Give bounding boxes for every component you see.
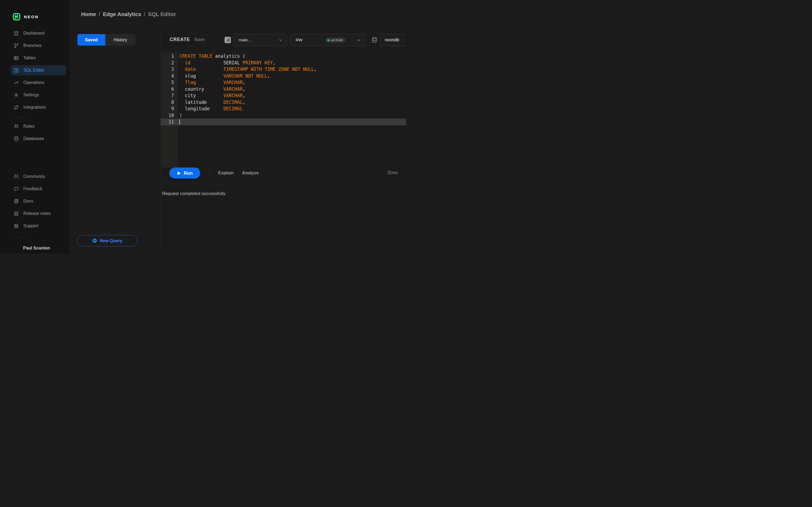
code-line[interactable]: 3 date TIMESTAMP WITH TIME ZONE NOT NULL… [161,66,406,73]
status-message: Request completed successfully [162,191,225,196]
code-line[interactable]: 8 latitude DECIMAL, [161,99,406,106]
tables-icon [13,55,19,61]
roles-icon [13,124,19,129]
sidebar-item-settings[interactable]: Settings [11,90,66,100]
branch-select[interactable]: main... [234,34,287,46]
database-icon [371,37,378,43]
sidebar-item-dashboard[interactable]: Dashboard [11,28,66,38]
docs-icon [13,199,19,204]
breadcrumb-separator: / [99,11,100,17]
sidebar-item-feedback[interactable]: Feedback [11,184,66,194]
line-number: 7 [161,92,178,99]
code-line[interactable]: 7 city VARCHAR, [161,92,406,99]
database-select[interactable]: neondb [380,34,406,46]
status-badge-label: ACTIVE [331,39,343,42]
code-text: ) [178,112,182,119]
new-query-button[interactable]: New Query [77,235,138,246]
breadcrumb-separator: / [144,11,146,17]
editor-footer: Run Explain Analyze 31ms Request complet… [161,167,406,253]
sidebar-item-label: Dashboard [23,31,44,36]
brand[interactable]: NEON [12,12,70,21]
chevron-down-icon [278,38,283,42]
code-line[interactable]: 1CREATE TABLE analytics ( [161,53,406,60]
query-name: CREATE [170,37,190,42]
breadcrumb-item[interactable]: SQL Editor [148,11,176,17]
new-query-label: New Query [100,238,122,243]
user-menu[interactable]: Paul Scanlon [12,243,70,253]
code-line[interactable]: 2 id SERIAL PRIMARY KEY, [161,60,406,66]
sidebar-item-label: SQL Editor [23,68,44,73]
line-number: 11 [161,119,178,125]
breadcrumb: Home/Edge Analytics/SQL Editor [81,11,176,17]
sidebar-item-label: Tables [23,56,36,60]
sidebar-item-operations[interactable]: Operations [11,77,66,88]
neon-logo-icon [12,13,21,21]
branch-select-value: main... [239,38,251,42]
query-tabs: Saved History [77,34,135,46]
sidebar-item-community[interactable]: Community [11,171,66,182]
code-lines: 1CREATE TABLE analytics (2 id SERIAL PRI… [161,53,406,125]
sidebar-item-tables[interactable]: Tables [11,53,66,63]
sidebar-item-docs[interactable]: Docs [11,196,66,206]
sidebar-item-label: Feedback [23,186,42,191]
sidebar-item-integrations[interactable]: Integrations [11,102,66,112]
sidebar-item-support[interactable]: Support [11,221,66,231]
integrations-icon [13,105,19,110]
code-text [178,119,180,125]
plus-circle-icon [92,238,97,243]
run-button[interactable]: Run [169,167,201,179]
code-line[interactable]: 11 [161,119,406,125]
breadcrumb-item[interactable]: Home [81,11,96,17]
databases-icon [13,136,19,142]
sidebar-item-sql-editor[interactable]: SQL Editor [11,65,66,75]
sidebar-divider [13,237,30,237]
explain-button[interactable]: Explain [218,170,234,175]
sidebar-item-label: Settings [23,93,39,97]
header-vertical-divider [213,28,214,53]
feedback-icon [13,186,19,192]
code-text: slug VARCHAR NOT NULL, [178,73,270,79]
sql-editor-icon [13,68,19,73]
code-text: longitude DECIMAL [178,105,243,112]
user-name: Paul Scanlon [23,246,50,250]
code-line[interactable]: 10) [161,112,406,119]
code-text: flag VARCHAR, [178,79,245,86]
compute-select-value: RW [296,38,303,42]
active-dot-icon [327,39,329,41]
save-button[interactable]: Save [194,37,205,42]
code-line[interactable]: 9 longitude DECIMAL [161,105,406,112]
status-divider [161,184,406,184]
sidebar-item-label: Release notes [23,211,51,216]
sidebar-item-release-notes[interactable]: Release notes [11,209,66,219]
sidebar-item-label: Docs [23,199,33,204]
sidebar-item-roles[interactable]: Roles [11,121,66,131]
line-number: 2 [161,60,178,66]
text-cursor [180,119,180,124]
sidebar-item-label: Roles [23,124,34,129]
tab-history[interactable]: History [105,34,135,46]
query-duration: 31ms [387,170,398,175]
support-icon [13,223,19,229]
tab-saved[interactable]: Saved [77,34,105,46]
line-number: 5 [161,79,178,86]
code-line[interactable]: 6 country VARCHAR, [161,86,406,93]
sidebar-item-branches[interactable]: Branches [11,41,66,51]
code-text: city VARCHAR, [178,92,245,99]
line-number: 6 [161,86,178,93]
analyze-button[interactable]: Analyze [242,170,259,175]
status-badge: ACTIVE [326,38,346,43]
code-editor[interactable]: 1CREATE TABLE analytics (2 id SERIAL PRI… [161,53,406,167]
community-icon [13,174,19,179]
release-notes-icon [13,211,19,217]
sidebar-item-databases[interactable]: Databases [11,133,66,144]
code-text: latitude DECIMAL, [178,99,245,106]
line-number: 4 [161,73,178,79]
compute-select[interactable]: RW ACTIVE [291,34,365,46]
code-line[interactable]: 4 slug VARCHAR NOT NULL, [161,73,406,79]
code-text: id SERIAL PRIMARY KEY, [178,60,275,66]
sidebar-item-label: Community [23,174,45,179]
play-icon [177,171,181,175]
breadcrumb-item[interactable]: Edge Analytics [103,11,141,17]
code-line[interactable]: 5 flag VARCHAR, [161,79,406,86]
branch-icon-button[interactable] [224,37,231,43]
